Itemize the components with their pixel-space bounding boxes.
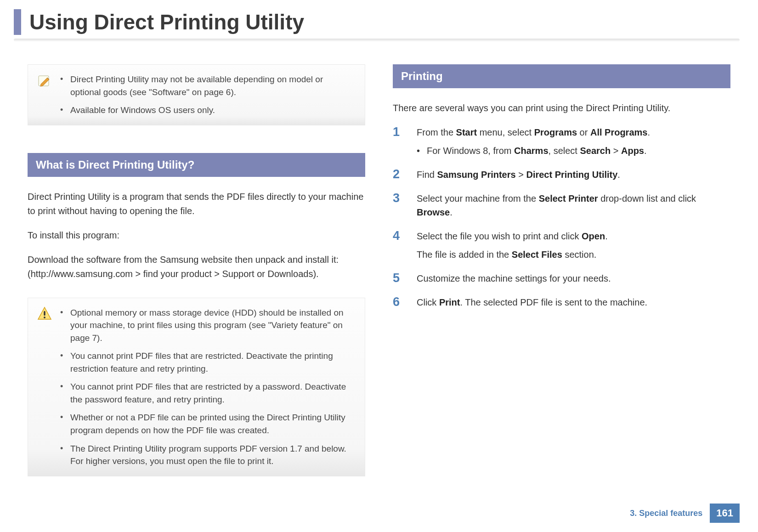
step-body: Click Print. The selected PDF file is se… [417, 295, 730, 309]
body-paragraph: To install this program: [28, 228, 365, 243]
step-body: Find Samsung Printers > Direct Printing … [417, 168, 730, 181]
svg-point-3 [44, 317, 45, 318]
step-number: 5 [393, 272, 406, 285]
title-bar: Using Direct Printing Utility [14, 9, 740, 35]
step-4: 4 Select the file you wish to print and … [393, 229, 730, 261]
t: > [611, 146, 621, 156]
warning-list: Optional memory or mass storage device (… [60, 306, 354, 468]
t: menu, select [477, 127, 534, 137]
b: Direct Printing Utility [526, 170, 617, 180]
warning-item: You cannot print PDF files that are rest… [60, 380, 354, 406]
t: For Windows 8, from [427, 146, 514, 156]
step-number: 4 [393, 229, 406, 243]
pencil-note-icon [37, 73, 52, 88]
b: Apps [621, 146, 644, 156]
t: . [617, 170, 620, 180]
title-accent-bar [14, 9, 21, 35]
b: Start [456, 127, 477, 137]
t: From the [417, 127, 456, 137]
step-number: 6 [393, 295, 406, 309]
t: . [647, 127, 650, 137]
svg-rect-2 [44, 311, 45, 316]
warning-item: Whether or not a PDF file can be printed… [60, 411, 354, 436]
step-subitem: For Windows 8, from Charms, select Searc… [417, 144, 730, 158]
step-text: Select the file you wish to print and cl… [417, 229, 730, 243]
b: Programs [534, 127, 577, 137]
step-3: 3 Select your machine from the Select Pr… [393, 192, 730, 219]
step-number: 3 [393, 192, 406, 205]
t: or [577, 127, 590, 137]
step-number: 2 [393, 168, 406, 181]
step-text: Click Print. The selected PDF file is se… [417, 295, 730, 309]
t: section. [562, 249, 596, 260]
t: . [644, 146, 647, 156]
t: . [450, 207, 453, 217]
t: > [516, 170, 526, 180]
page-title: Using Direct Printing Utility [29, 10, 304, 34]
warning-item: You cannot print PDF files that are rest… [60, 350, 354, 375]
header-underline [14, 39, 740, 41]
step-text: Find Samsung Printers > Direct Printing … [417, 168, 730, 181]
b: Browse [417, 207, 450, 217]
t: Select your machine from the [417, 193, 539, 204]
step-6: 6 Click Print. The selected PDF file is … [393, 295, 730, 309]
step-body: Customize the machine settings for your … [417, 272, 730, 285]
step-sublist: For Windows 8, from Charms, select Searc… [417, 144, 730, 158]
note-box: Direct Printing Utility may not be avail… [28, 64, 365, 125]
t: drop-down list and click [598, 193, 696, 204]
footer-chapter: 3. Special features [622, 505, 710, 522]
b: Open [582, 231, 605, 241]
right-column: Printing There are several ways you can … [393, 64, 730, 476]
step-number: 1 [393, 125, 406, 139]
step-body: Select your machine from the Select Prin… [417, 192, 730, 219]
t: Select the file you wish to print and cl… [417, 231, 582, 241]
step-text: From the Start menu, select Programs or … [417, 125, 730, 139]
b: Charms [514, 146, 548, 156]
note-list: Direct Printing Utility may not be avail… [60, 73, 354, 117]
t: . [605, 231, 608, 241]
warning-item: Optional memory or mass storage device (… [60, 306, 354, 345]
warning-box: Optional memory or mass storage device (… [28, 298, 365, 476]
left-column: Direct Printing Utility may not be avail… [28, 64, 365, 476]
printing-intro: There are several ways you can print usi… [393, 101, 730, 115]
step-body: From the Start menu, select Programs or … [417, 125, 730, 158]
t: . The selected PDF file is sent to the m… [460, 297, 647, 307]
b: Select Files [512, 249, 562, 260]
step-text: Select your machine from the Select Prin… [417, 192, 730, 219]
section-heading-printing: Printing [393, 64, 730, 88]
b: Search [580, 146, 611, 156]
page-footer: 3. Special features 161 [622, 504, 740, 523]
b: All Programs [590, 127, 647, 137]
note-item: Direct Printing Utility may not be avail… [60, 73, 354, 98]
page-header: Using Direct Printing Utility [0, 0, 758, 46]
step-1: 1 From the Start menu, select Programs o… [393, 125, 730, 158]
warning-icon [37, 306, 52, 321]
step-body: Select the file you wish to print and cl… [417, 229, 730, 261]
steps-list: 1 From the Start menu, select Programs o… [393, 125, 730, 309]
t: , select [549, 146, 580, 156]
t: Click [417, 297, 439, 307]
footer-page-number: 161 [710, 504, 740, 523]
b: Select Printer [539, 193, 598, 204]
note-item: Available for Windows OS users only. [60, 104, 354, 117]
t: The file is added in the [417, 249, 512, 260]
warning-item: The Direct Printing Utility program supp… [60, 442, 354, 468]
b: Samsung Printers [437, 170, 515, 180]
body-paragraph: Direct Printing Utility is a program tha… [28, 190, 365, 218]
content-columns: Direct Printing Utility may not be avail… [0, 46, 758, 476]
step-text: Customize the machine settings for your … [417, 272, 730, 285]
section-heading-what-is: What is Direct Printing Utility? [28, 153, 365, 177]
body-paragraph: Download the software from the Samsung w… [28, 253, 365, 281]
t: Find [417, 170, 437, 180]
b: Print [439, 297, 460, 307]
step-5: 5 Customize the machine settings for you… [393, 272, 730, 285]
step-2: 2 Find Samsung Printers > Direct Printin… [393, 168, 730, 181]
step-text: The file is added in the Select Files se… [417, 248, 730, 261]
